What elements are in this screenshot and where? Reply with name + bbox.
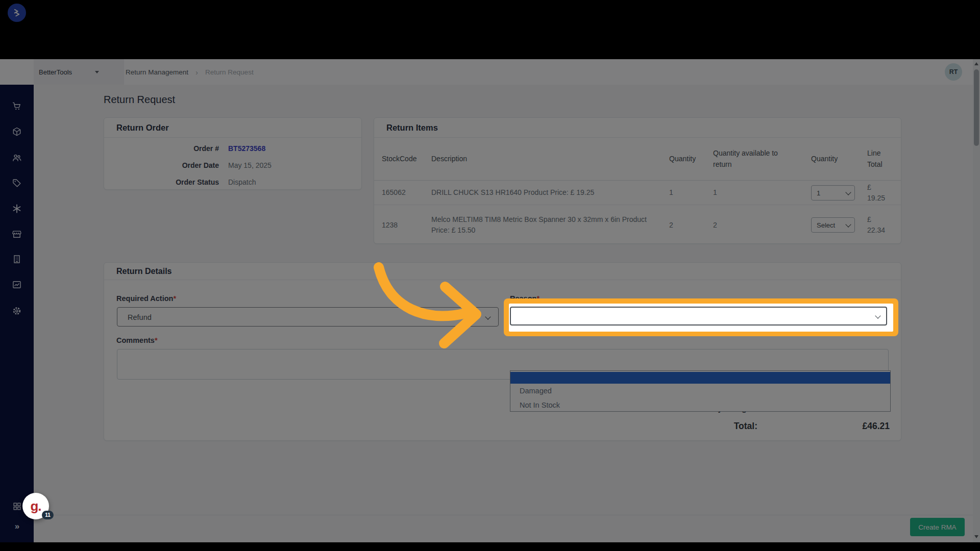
tutorial-highlight-box <box>504 298 898 336</box>
guidde-logo: g. <box>30 498 41 514</box>
notification-badge: 11 <box>42 511 54 519</box>
tutorial-arrow-annotation <box>357 245 521 367</box>
highlight-inner <box>509 304 893 332</box>
reason-select[interactable] <box>510 307 887 325</box>
chevron-down-icon <box>875 313 880 318</box>
